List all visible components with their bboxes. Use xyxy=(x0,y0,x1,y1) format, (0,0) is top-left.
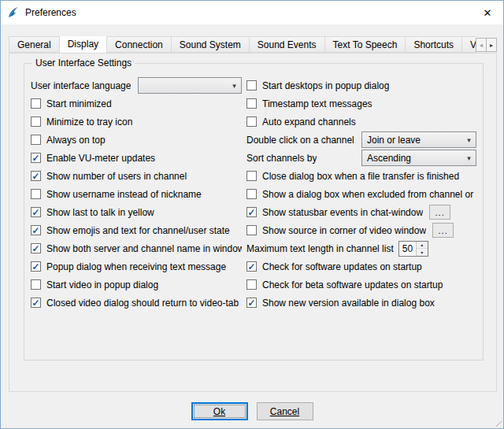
checkbox-label[interactable]: Closed video dialog should return to vid… xyxy=(46,298,239,309)
tab-scroll-control: ◂ ▸ xyxy=(476,38,497,52)
ok-button[interactable]: Ok xyxy=(191,402,248,420)
unchecked-checkbox[interactable] xyxy=(31,98,41,109)
unchecked-checkbox[interactable] xyxy=(246,116,257,127)
group-title: User Interface Settings xyxy=(32,57,135,68)
unchecked-checkbox[interactable] xyxy=(31,189,41,199)
row-show-username-instead-of-nickname: Show username instead of nickname xyxy=(31,185,242,203)
tab-text-to-speech[interactable]: Text To Speech xyxy=(324,36,406,53)
tab-general[interactable]: General xyxy=(9,36,60,53)
checkbox-label[interactable]: Show new version available in dialog box xyxy=(262,298,435,309)
field-label: Maximum text length in channel list xyxy=(246,243,394,254)
spin-down-button[interactable]: ▾ xyxy=(417,249,428,256)
combobox-value: Join or leave xyxy=(362,135,462,146)
row-enable-vu-meter-updates: ✓Enable VU-meter updates xyxy=(31,149,242,167)
row-user-interface-language: User interface language▾ xyxy=(31,76,242,94)
checked-checkbox[interactable]: ✓ xyxy=(31,243,41,253)
row-closed-video-dialog-should-return-to-video-tab: ✓Closed video dialog should return to vi… xyxy=(31,294,242,312)
tab-shortcuts[interactable]: Shortcuts xyxy=(405,36,462,53)
checkbox-label[interactable]: Show emojis and text for channel/user st… xyxy=(46,225,230,236)
checkbox-label[interactable]: Start minimized xyxy=(46,98,112,109)
unchecked-checkbox[interactable] xyxy=(246,225,257,235)
more-options-button[interactable]: ... xyxy=(429,205,450,220)
field-label: Sort channels by xyxy=(246,153,317,164)
more-options-button[interactable]: ... xyxy=(432,223,454,238)
unchecked-checkbox[interactable] xyxy=(31,116,41,127)
row-start-minimized: Start minimized xyxy=(31,94,242,113)
spinbox-maximum-text-length-in-channel-list[interactable]: 50▴▾ xyxy=(398,241,428,257)
unchecked-checkbox[interactable] xyxy=(246,279,257,290)
spin-up-button[interactable]: ▴ xyxy=(417,242,428,250)
tab-connection[interactable]: Connection xyxy=(106,36,172,53)
checkbox-label[interactable]: Minimize to tray icon xyxy=(46,116,132,128)
checked-checkbox[interactable]: ✓ xyxy=(31,153,41,163)
checkbox-label[interactable]: Check for beta software updates on start… xyxy=(262,279,443,290)
titlebar[interactable]: Preferences ✕ xyxy=(1,1,503,24)
row-show-emojis-and-text-for-channel-user-state: ✓Show emojis and text for channel/user s… xyxy=(31,221,242,239)
checkbox-label[interactable]: Close dialog box when a file transfer is… xyxy=(262,171,459,182)
checkbox-label[interactable]: Show last to talk in yellow xyxy=(46,207,154,218)
tab-scroll-left-button[interactable]: ◂ xyxy=(476,38,487,52)
tab-sound-system[interactable]: Sound System xyxy=(171,36,250,53)
row-check-for-software-updates-on-startup: ✓Check for software updates on startup xyxy=(246,257,476,276)
checkbox-label[interactable]: Show source in corner of video window xyxy=(262,225,426,236)
checkbox-label[interactable]: Show both server and channel name in win… xyxy=(46,243,242,254)
unchecked-checkbox[interactable] xyxy=(246,189,257,199)
checkbox-label[interactable]: Timestamp text messages xyxy=(262,98,372,109)
preferences-dialog: Preferences ✕ GeneralDisplayConnectionSo… xyxy=(0,0,504,429)
checked-checkbox[interactable]: ✓ xyxy=(31,225,41,235)
row-double-click-on-a-channel: Double click on a channelJoin or leave▾ xyxy=(246,131,476,149)
checked-checkbox[interactable]: ✓ xyxy=(246,261,257,272)
checkbox-label[interactable]: Popup dialog when receiving text message xyxy=(46,261,226,272)
dialog-buttons: Ok Cancel xyxy=(1,402,503,420)
field-label: User interface language xyxy=(31,80,131,91)
checked-checkbox[interactable]: ✓ xyxy=(31,207,41,217)
unchecked-checkbox[interactable] xyxy=(246,98,257,109)
checkbox-label[interactable]: Enable VU-meter updates xyxy=(46,153,155,164)
checked-checkbox[interactable]: ✓ xyxy=(31,261,41,272)
checked-checkbox[interactable]: ✓ xyxy=(31,171,41,181)
combobox-sort-channels-by[interactable]: Ascending▾ xyxy=(361,150,476,166)
unchecked-checkbox[interactable] xyxy=(246,171,257,181)
tab-scroll-right-button[interactable]: ▸ xyxy=(486,38,497,52)
combobox-user-interface-language[interactable]: ▾ xyxy=(138,77,242,94)
tab-bar: GeneralDisplayConnectionSound SystemSoun… xyxy=(9,36,476,54)
row-show-new-version-available-in-dialog-box: ✓Show new version available in dialog bo… xyxy=(246,294,476,312)
checked-checkbox[interactable]: ✓ xyxy=(246,298,257,308)
checked-checkbox[interactable]: ✓ xyxy=(246,207,257,217)
row-maximum-text-length-in-channel-list: Maximum text length in channel list50▴▾ xyxy=(246,239,476,257)
checkbox-label[interactable]: Show username instead of nickname xyxy=(46,189,202,200)
settings-column-left: User interface language▾Start minimizedM… xyxy=(31,76,242,312)
checkbox-label[interactable]: Always on top xyxy=(46,135,106,146)
row-timestamp-text-messages: Timestamp text messages xyxy=(246,94,476,113)
checkbox-label[interactable]: Show a dialog box when excluded from cha… xyxy=(262,189,476,200)
tab-video[interactable]: Video xyxy=(461,36,476,53)
checkbox-label[interactable]: Auto expand channels xyxy=(262,116,356,128)
combobox-double-click-on-a-channel[interactable]: Join or leave▾ xyxy=(361,131,476,148)
field-label: Double click on a channel xyxy=(246,135,354,146)
row-sort-channels-by: Sort channels byAscending▾ xyxy=(246,149,476,167)
unchecked-checkbox[interactable] xyxy=(246,80,257,91)
unchecked-checkbox[interactable] xyxy=(31,279,41,290)
row-auto-expand-channels: Auto expand channels xyxy=(246,113,476,131)
cancel-button[interactable]: Cancel xyxy=(257,402,313,420)
app-icon xyxy=(7,6,20,19)
chevron-down-icon: ▾ xyxy=(462,136,476,144)
row-show-a-dialog-box-when-excluded-from-channel-or-server: Show a dialog box when excluded from cha… xyxy=(246,185,476,203)
checkbox-label[interactable]: Start desktops in popup dialog xyxy=(262,80,389,91)
close-icon[interactable]: ✕ xyxy=(479,4,496,21)
spinbox-value: 50 xyxy=(399,242,416,256)
spin-arrows: ▴▾ xyxy=(416,242,428,256)
group-user-interface-settings: User Interface Settings User interface l… xyxy=(24,63,484,361)
checkbox-label[interactable]: Show number of users in channel xyxy=(46,171,187,182)
checkbox-label[interactable]: Check for software updates on startup xyxy=(262,261,422,272)
checkbox-label[interactable]: Show statusbar events in chat-window xyxy=(262,207,423,218)
row-show-number-of-users-in-channel: ✓Show number of users in channel xyxy=(31,167,242,185)
checkbox-label[interactable]: Start video in popup dialog xyxy=(46,279,158,290)
checked-checkbox[interactable]: ✓ xyxy=(31,298,41,308)
row-show-source-in-corner-of-video-window: Show source in corner of video window... xyxy=(246,221,476,239)
row-start-video-in-popup-dialog: Start video in popup dialog xyxy=(31,276,242,294)
tab-sound-events[interactable]: Sound Events xyxy=(249,36,325,53)
unchecked-checkbox[interactable] xyxy=(31,135,41,145)
row-always-on-top: Always on top xyxy=(31,131,242,149)
tab-display[interactable]: Display xyxy=(59,36,107,54)
